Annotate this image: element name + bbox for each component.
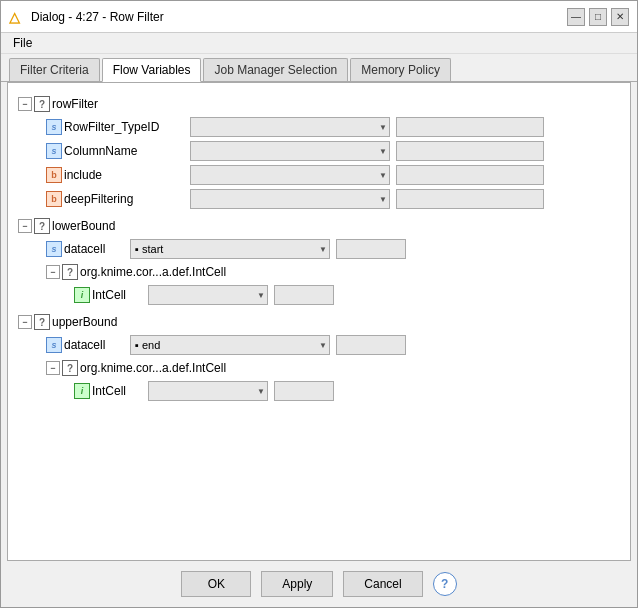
lowerbound-intcell-dropdown-wrapper bbox=[148, 285, 268, 305]
tree-container: − ? rowFilter s RowFilter_TypeID bbox=[14, 89, 624, 407]
lowerbound-intcell-group-row: − ? org.knime.cor...a.def.IntCell bbox=[46, 261, 620, 283]
upperbound-datacell-label: datacell bbox=[64, 338, 124, 352]
app-icon: △ bbox=[9, 9, 25, 25]
include-dropdown-wrapper bbox=[190, 165, 390, 185]
deepfiltering-dropdown[interactable] bbox=[190, 189, 390, 209]
include-label: include bbox=[64, 168, 184, 182]
lowerbound-intcell-value-input[interactable] bbox=[274, 285, 334, 305]
window-title: Dialog - 4:27 - Row Filter bbox=[31, 10, 164, 24]
upperbound-datacell-dropdown-wrapper: ▪ end bbox=[130, 335, 330, 355]
typeid-dropdown-wrapper bbox=[190, 117, 390, 137]
title-controls: — □ ✕ bbox=[567, 8, 629, 26]
main-window: △ Dialog - 4:27 - Row Filter — □ ✕ File … bbox=[0, 0, 638, 608]
upperbound-datacell-icon: s bbox=[46, 337, 62, 353]
upperbound-icon: ? bbox=[34, 314, 50, 330]
tab-job-manager[interactable]: Job Manager Selection bbox=[203, 58, 348, 81]
upperbound-intcell-group-icon: ? bbox=[62, 360, 78, 376]
lowerbound-datacell-dropdown[interactable]: ▪ start bbox=[130, 239, 330, 259]
close-button[interactable]: ✕ bbox=[611, 8, 629, 26]
lowerbound-datacell-value-input[interactable] bbox=[336, 239, 406, 259]
upperbound-intcell-value-input[interactable] bbox=[274, 381, 334, 401]
upperbound-node: − ? upperBound s datacell ▪ end bbox=[18, 311, 620, 403]
rowfilter-icon: ? bbox=[34, 96, 50, 112]
include-value-input[interactable] bbox=[396, 165, 544, 185]
lowerbound-datacell-label: datacell bbox=[64, 242, 124, 256]
lowerbound-datacell-row: s datacell ▪ start bbox=[18, 237, 620, 261]
maximize-button[interactable]: □ bbox=[589, 8, 607, 26]
upperbound-intcell-row: i IntCell bbox=[46, 379, 620, 403]
apply-button[interactable]: Apply bbox=[261, 571, 333, 597]
upperbound-intcell-group: − ? org.knime.cor...a.def.IntCell i IntC… bbox=[18, 357, 620, 403]
help-button[interactable]: ? bbox=[433, 572, 457, 596]
deepfiltering-label: deepFiltering bbox=[64, 192, 184, 206]
ok-button[interactable]: OK bbox=[181, 571, 251, 597]
typeid-icon: s bbox=[46, 119, 62, 135]
tab-flow-variables[interactable]: Flow Variables bbox=[102, 58, 202, 82]
columnname-label: ColumnName bbox=[64, 144, 184, 158]
lowerbound-intcell-group-icon: ? bbox=[62, 264, 78, 280]
title-bar-left: △ Dialog - 4:27 - Row Filter bbox=[9, 9, 164, 25]
bottom-bar: OK Apply Cancel ? bbox=[1, 561, 637, 607]
include-dropdown[interactable] bbox=[190, 165, 390, 185]
upperbound-label: upperBound bbox=[52, 315, 117, 329]
cancel-button[interactable]: Cancel bbox=[343, 571, 422, 597]
columnname-dropdown[interactable] bbox=[190, 141, 390, 161]
lowerbound-datacell-dropdown-wrapper: ▪ start bbox=[130, 239, 330, 259]
upperbound-datacell-value-input[interactable] bbox=[336, 335, 406, 355]
rowfilter-node: − ? rowFilter s RowFilter_TypeID bbox=[18, 93, 620, 211]
lowerbound-datacell-icon: s bbox=[46, 241, 62, 257]
upperbound-row: − ? upperBound bbox=[18, 311, 620, 333]
lowerbound-expand[interactable]: − bbox=[18, 219, 32, 233]
lowerbound-intcell-icon: i bbox=[74, 287, 90, 303]
columnname-dropdown-wrapper bbox=[190, 141, 390, 161]
rowfilter-typeid-row: s RowFilter_TypeID bbox=[18, 115, 620, 139]
deepfiltering-value-input[interactable] bbox=[396, 189, 544, 209]
content-area: − ? rowFilter s RowFilter_TypeID bbox=[7, 82, 631, 561]
upperbound-intcell-group-label: org.knime.cor...a.def.IntCell bbox=[80, 361, 226, 375]
lowerbound-intcell-label: IntCell bbox=[92, 288, 142, 302]
deepfiltering-dropdown-wrapper bbox=[190, 189, 390, 209]
lowerbound-row: − ? lowerBound bbox=[18, 215, 620, 237]
tab-filter-criteria[interactable]: Filter Criteria bbox=[9, 58, 100, 81]
deepfiltering-row: b deepFiltering bbox=[18, 187, 620, 211]
upperbound-intcell-group-row: − ? org.knime.cor...a.def.IntCell bbox=[46, 357, 620, 379]
lowerbound-label: lowerBound bbox=[52, 219, 115, 233]
columnname-row: s ColumnName bbox=[18, 139, 620, 163]
include-row: b include bbox=[18, 163, 620, 187]
minimize-button[interactable]: — bbox=[567, 8, 585, 26]
upperbound-datacell-dropdown[interactable]: ▪ end bbox=[130, 335, 330, 355]
rowfilter-row: − ? rowFilter bbox=[18, 93, 620, 115]
rowfilter-label: rowFilter bbox=[52, 97, 112, 111]
upperbound-expand[interactable]: − bbox=[18, 315, 32, 329]
file-menu[interactable]: File bbox=[9, 34, 36, 52]
lowerbound-node: − ? lowerBound s datacell ▪ start bbox=[18, 215, 620, 307]
upperbound-intcell-dropdown[interactable] bbox=[148, 381, 268, 401]
lowerbound-intcell-group: − ? org.knime.cor...a.def.IntCell i IntC… bbox=[18, 261, 620, 307]
upperbound-intcell-expand[interactable]: − bbox=[46, 361, 60, 375]
upperbound-intcell-dropdown-wrapper bbox=[148, 381, 268, 401]
rowfilter-expand[interactable]: − bbox=[18, 97, 32, 111]
deepfiltering-icon: b bbox=[46, 191, 62, 207]
typeid-label: RowFilter_TypeID bbox=[64, 120, 184, 134]
upperbound-intcell-icon: i bbox=[74, 383, 90, 399]
include-icon: b bbox=[46, 167, 62, 183]
typeid-value-input[interactable] bbox=[396, 117, 544, 137]
tab-memory-policy[interactable]: Memory Policy bbox=[350, 58, 451, 81]
lowerbound-intcell-group-label: org.knime.cor...a.def.IntCell bbox=[80, 265, 226, 279]
lowerbound-intcell-row: i IntCell bbox=[46, 283, 620, 307]
columnname-icon: s bbox=[46, 143, 62, 159]
typeid-dropdown[interactable] bbox=[190, 117, 390, 137]
menu-bar: File bbox=[1, 33, 637, 54]
upperbound-datacell-row: s datacell ▪ end bbox=[18, 333, 620, 357]
columnname-value-input[interactable] bbox=[396, 141, 544, 161]
title-bar: △ Dialog - 4:27 - Row Filter — □ ✕ bbox=[1, 1, 637, 33]
lowerbound-icon: ? bbox=[34, 218, 50, 234]
tabs-bar: Filter Criteria Flow Variables Job Manag… bbox=[1, 54, 637, 82]
lowerbound-intcell-dropdown[interactable] bbox=[148, 285, 268, 305]
upperbound-intcell-label: IntCell bbox=[92, 384, 142, 398]
lowerbound-intcell-expand[interactable]: − bbox=[46, 265, 60, 279]
